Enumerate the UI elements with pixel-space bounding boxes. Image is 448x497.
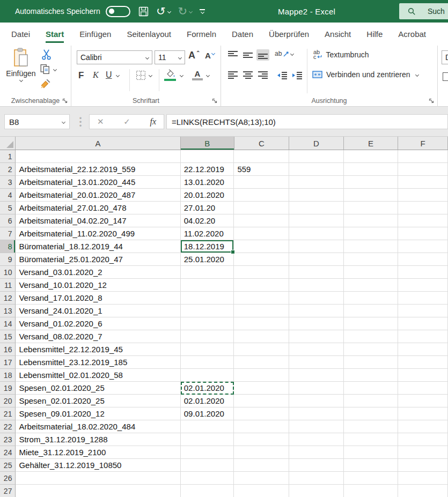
name-box-chevron-icon[interactable] [62, 120, 65, 123]
cell-D2[interactable] [289, 163, 344, 176]
cell-B16[interactable] [181, 343, 234, 356]
borders-chevron-icon[interactable] [149, 73, 152, 77]
row-header-6[interactable]: 6 [0, 214, 16, 227]
align-middle-button[interactable] [243, 51, 253, 59]
undo-chevron-icon[interactable] [167, 9, 171, 13]
cell-E3[interactable] [344, 176, 399, 189]
cell-A23[interactable]: Strom_31.12.2019_1288 [16, 433, 180, 446]
cell-A19[interactable]: Spesen_02.01.2020_25 [16, 382, 180, 395]
cell-A2[interactable]: Arbeitsmaterial_22.12.2019_559 [16, 163, 180, 176]
increase-indent-button[interactable] [292, 71, 303, 79]
row-header-5[interactable]: 5 [0, 202, 16, 214]
bold-button[interactable]: F [78, 70, 84, 81]
cell-A10[interactable]: Versand_03.01.2020_2 [16, 266, 180, 279]
cell-B25[interactable] [181, 459, 234, 472]
cell-B6[interactable]: 04.02.20 [181, 214, 234, 227]
row-header-22[interactable]: 22 [0, 420, 16, 433]
tab-daten[interactable]: Daten [232, 23, 253, 46]
number-format-select[interactable]: D [442, 50, 448, 64]
paste-button[interactable]: Einfügen [5, 48, 36, 81]
merge-center-chevron-icon[interactable] [415, 72, 419, 76]
cell-E18[interactable] [344, 369, 399, 382]
align-center-button[interactable] [243, 71, 253, 79]
cell-C25[interactable] [234, 459, 289, 472]
row-header-14[interactable]: 14 [0, 317, 16, 330]
cell-E7[interactable] [344, 227, 399, 240]
row-header-12[interactable]: 12 [0, 292, 16, 305]
tab-seitenlayout[interactable]: Seitenlayout [127, 23, 171, 46]
cell-D9[interactable] [289, 253, 344, 266]
cell-F17[interactable] [398, 356, 448, 369]
cell-D20[interactable] [289, 395, 344, 407]
row-header-13[interactable]: 13 [0, 305, 16, 317]
cell-E13[interactable] [344, 305, 399, 317]
cell-C1[interactable] [234, 150, 289, 163]
cell-D13[interactable] [289, 305, 344, 317]
cell-C2[interactable]: 559 [234, 163, 289, 176]
cell-D16[interactable] [289, 343, 344, 356]
insert-function-button[interactable]: fx [150, 117, 156, 127]
undo-button[interactable]: ↺ [156, 6, 171, 17]
tab-formeln[interactable]: Formeln [187, 23, 216, 46]
cell-A4[interactable]: Arbeitsmaterial_20.01.2020_487 [16, 189, 180, 202]
column-header-F[interactable]: F [398, 137, 448, 150]
cell-B23[interactable] [181, 433, 234, 446]
align-right-button[interactable] [258, 71, 268, 79]
cell-C16[interactable] [234, 343, 289, 356]
cell-E11[interactable] [344, 279, 399, 292]
row-header-18[interactable]: 18 [0, 369, 16, 382]
wrap-text-button[interactable]: ab c Textumbruch [313, 50, 369, 60]
cell-D24[interactable] [289, 446, 344, 459]
cell-B20[interactable]: 02.01.2020 [181, 395, 234, 407]
align-top-button[interactable] [228, 51, 238, 59]
cell-A15[interactable]: Versand_08.02.2020_7 [16, 330, 180, 343]
cell-D10[interactable] [289, 266, 344, 279]
paste-chevron-icon[interactable] [19, 78, 23, 82]
select-all-button[interactable] [0, 137, 16, 150]
cell-E14[interactable] [344, 317, 399, 330]
cell-D27[interactable] [289, 485, 344, 497]
enter-button[interactable]: ✓ [123, 117, 130, 127]
row-header-24[interactable]: 24 [0, 446, 16, 459]
autosave-toggle[interactable] [106, 6, 130, 17]
cell-F14[interactable] [398, 317, 448, 330]
cell-F1[interactable] [398, 150, 448, 163]
cell-E2[interactable] [344, 163, 399, 176]
cell-E26[interactable] [344, 472, 399, 485]
cell-E16[interactable] [344, 343, 399, 356]
cell-A26[interactable] [16, 472, 180, 485]
cell-E15[interactable] [344, 330, 399, 343]
merge-center-button[interactable]: Verbinden und zentrieren [312, 70, 418, 79]
cell-A11[interactable]: Versand_10.01.2020_12 [16, 279, 180, 292]
cell-A9[interactable]: Büromaterial_25.01.2020_47 [16, 253, 180, 266]
column-header-C[interactable]: C [234, 137, 290, 150]
align-left-button[interactable] [228, 71, 238, 79]
cell-E27[interactable] [344, 485, 399, 497]
orientation-chevron-icon[interactable] [290, 51, 294, 55]
cell-D12[interactable] [289, 292, 344, 305]
row-header-21[interactable]: 21 [0, 407, 16, 420]
cell-F15[interactable] [398, 330, 448, 343]
column-header-A[interactable]: A [16, 137, 181, 150]
cell-F7[interactable] [398, 227, 448, 240]
cell-F25[interactable] [398, 459, 448, 472]
cell-F6[interactable] [398, 214, 448, 227]
cell-C13[interactable] [234, 305, 289, 317]
cell-B10[interactable] [181, 266, 234, 279]
save-icon[interactable] [138, 6, 149, 17]
cell-D17[interactable] [289, 356, 344, 369]
cell-D11[interactable] [289, 279, 344, 292]
row-header-26[interactable]: 26 [0, 472, 16, 485]
cell-A3[interactable]: Arbeitsmaterial_13.01.2020_445 [16, 176, 180, 189]
cell-E5[interactable] [344, 202, 399, 214]
cell-E22[interactable] [344, 420, 399, 433]
name-box[interactable]: B8 [4, 114, 70, 129]
cell-C5[interactable] [234, 202, 289, 214]
cell-F9[interactable] [398, 253, 448, 266]
cut-button[interactable] [41, 49, 52, 60]
italic-button[interactable]: K [93, 70, 99, 80]
cell-A24[interactable]: Miete_31.12.2019_2100 [16, 446, 180, 459]
row-header-3[interactable]: 3 [0, 176, 16, 189]
row-header-27[interactable]: 27 [0, 485, 16, 497]
row-header-10[interactable]: 10 [0, 266, 16, 279]
